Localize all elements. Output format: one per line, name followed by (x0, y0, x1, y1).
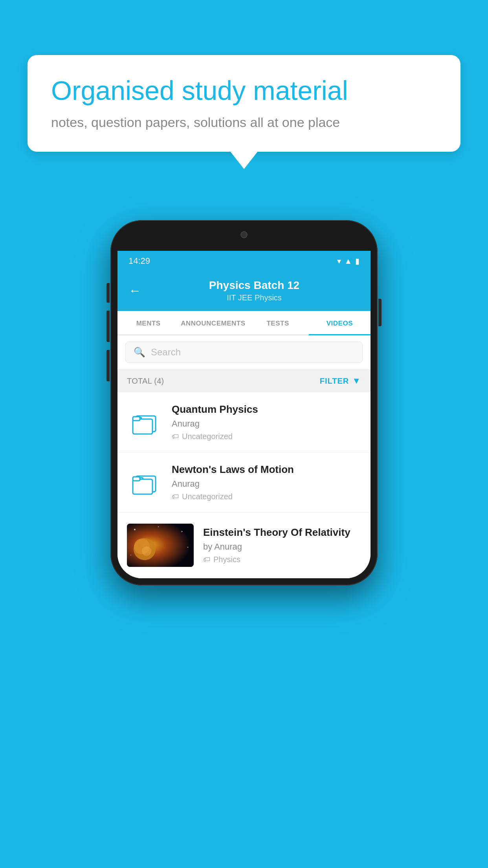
signal-icon: ▲ (344, 257, 352, 266)
filter-row: TOTAL (4) FILTER ▼ (117, 370, 371, 392)
video-thumb-2 (127, 465, 162, 500)
tabs-bar: MENTS ANNOUNCEMENTS TESTS VIDEOS (117, 311, 371, 335)
folder-icon-1 (130, 409, 159, 436)
svg-point-11 (158, 526, 159, 527)
volume-up-button (106, 283, 110, 303)
video-thumbnail-3 (127, 524, 194, 567)
tab-tests[interactable]: TESTS (247, 311, 308, 335)
video-category-3: Physics (213, 555, 240, 564)
batch-title: Physics Batch 12 (149, 279, 360, 292)
video-category-1: Uncategorized (182, 432, 233, 441)
video-item-1[interactable]: Quantum Physics Anurag 🏷 Uncategorized (117, 392, 371, 452)
video-info-3: Einstein's Theory Of Relativity by Anura… (203, 526, 361, 564)
speech-bubble-title: Organised study material (51, 75, 437, 107)
front-camera (240, 231, 248, 238)
svg-point-12 (187, 547, 189, 548)
svg-rect-6 (133, 479, 152, 494)
wifi-icon: ▾ (337, 256, 341, 266)
back-button[interactable]: ← (128, 283, 141, 298)
video-tag-3: 🏷 Physics (203, 555, 361, 564)
tab-videos[interactable]: VIDEOS (309, 311, 371, 335)
svg-rect-3 (133, 417, 140, 421)
thumbnail-bg (127, 524, 194, 567)
status-icons: ▾ ▲ ▮ (337, 256, 360, 266)
batch-subtitle: IIT JEE Physics (149, 293, 360, 302)
notch (216, 227, 272, 242)
speech-bubble: Organised study material notes, question… (28, 55, 460, 152)
tab-announcements[interactable]: ANNOUNCEMENTS (179, 311, 247, 335)
video-info-1: Quantum Physics Anurag 🏷 Uncategorized (172, 403, 361, 441)
tab-ments[interactable]: MENTS (117, 311, 179, 335)
phone-notch-bar (117, 227, 371, 251)
search-container: 🔍 Search (117, 335, 371, 370)
app-header: ← Physics Batch 12 IIT JEE Physics (117, 271, 371, 311)
video-item-3[interactable]: Einstein's Theory Of Relativity by Anura… (117, 513, 371, 578)
svg-point-13 (130, 555, 131, 555)
battery-icon: ▮ (355, 256, 360, 266)
filter-icon: ▼ (352, 376, 361, 386)
filter-label: FILTER (320, 377, 349, 386)
video-author-3: by Anurag (203, 542, 361, 552)
video-thumb-1 (127, 405, 162, 440)
tag-icon-1: 🏷 (172, 432, 179, 441)
video-item-2[interactable]: Newton's Laws of Motion Anurag 🏷 Uncateg… (117, 452, 371, 513)
video-title-1: Quantum Physics (172, 403, 361, 416)
video-list: Quantum Physics Anurag 🏷 Uncategorized (117, 392, 371, 578)
silent-button (106, 350, 110, 381)
status-bar: 14:29 ▾ ▲ ▮ (117, 251, 371, 271)
folder-icon-2 (130, 469, 159, 496)
video-title-3: Einstein's Theory Of Relativity (203, 526, 361, 539)
svg-rect-7 (133, 477, 140, 481)
total-count: TOTAL (4) (127, 377, 164, 386)
svg-point-10 (182, 531, 183, 532)
video-author-2: Anurag (172, 479, 361, 489)
tag-icon-3: 🏷 (203, 555, 210, 564)
phone-mockup: 14:29 ▾ ▲ ▮ ← Physics Batch 12 IIT JEE P… (110, 220, 378, 585)
filter-button[interactable]: FILTER ▼ (320, 376, 361, 386)
video-author-1: Anurag (172, 419, 361, 429)
phone-screen: 14:29 ▾ ▲ ▮ ← Physics Batch 12 IIT JEE P… (117, 251, 371, 578)
video-tag-1: 🏷 Uncategorized (172, 432, 361, 441)
speech-bubble-subtitle: notes, question papers, solutions all at… (51, 115, 437, 130)
video-info-2: Newton's Laws of Motion Anurag 🏷 Uncateg… (172, 463, 361, 501)
video-category-2: Uncategorized (182, 492, 233, 501)
svg-point-9 (134, 529, 136, 530)
volume-down-button (106, 311, 110, 342)
search-bar[interactable]: 🔍 Search (125, 342, 363, 363)
svg-rect-2 (133, 419, 152, 434)
tag-icon-2: 🏷 (172, 493, 179, 501)
search-icon: 🔍 (134, 347, 145, 358)
header-title-block: Physics Batch 12 IIT JEE Physics (149, 279, 360, 302)
svg-point-16 (142, 546, 151, 556)
status-time: 14:29 (128, 256, 150, 266)
power-button (378, 299, 382, 326)
search-placeholder-text: Search (151, 347, 181, 358)
video-title-2: Newton's Laws of Motion (172, 463, 361, 476)
video-tag-2: 🏷 Uncategorized (172, 492, 361, 501)
